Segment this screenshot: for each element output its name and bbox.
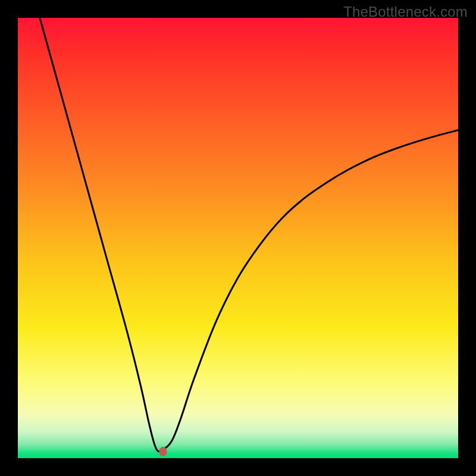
watermark-text: TheBottleneck.com bbox=[343, 4, 468, 20]
chart-curve-svg bbox=[18, 18, 458, 458]
bottleneck-curve-path bbox=[40, 18, 458, 452]
chart-marker-dot bbox=[159, 447, 167, 456]
chart-plot-area bbox=[18, 18, 458, 458]
